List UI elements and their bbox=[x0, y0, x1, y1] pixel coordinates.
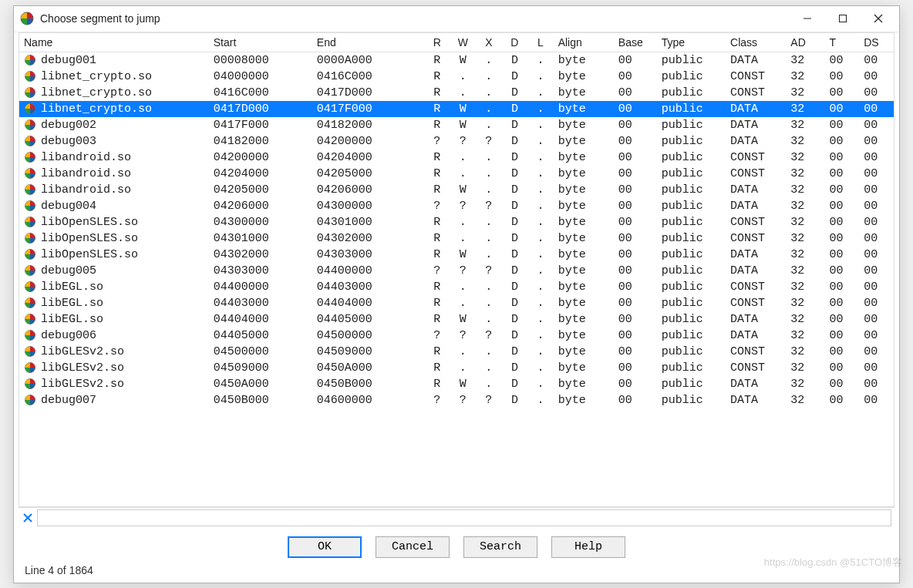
cell-type: public bbox=[657, 182, 726, 198]
table-row[interactable]: libandroid.so0420400004205000R..D.byte00… bbox=[19, 166, 894, 182]
cell-x: ? bbox=[476, 133, 502, 150]
table-row[interactable]: libnet_crypto.so040000000416C000R..D.byt… bbox=[19, 69, 894, 85]
cell-type: public bbox=[657, 133, 726, 150]
dialog-content: Name Start End R W X D L Align Base Type… bbox=[14, 32, 899, 583]
cell-ds: 00 bbox=[859, 52, 894, 69]
minimize-button[interactable] bbox=[790, 7, 825, 30]
cell-t: 00 bbox=[825, 360, 860, 376]
table-row[interactable]: debug0020417F00004182000RW.D.byte00publi… bbox=[19, 117, 894, 133]
cell-ds: 00 bbox=[859, 328, 894, 344]
cell-t: 00 bbox=[825, 279, 860, 295]
cell-name: libOpenSLES.so bbox=[41, 216, 138, 229]
table-row[interactable]: libOpenSLES.so0430100004302000R..D.byte0… bbox=[19, 230, 894, 247]
cell-base: 00 bbox=[614, 117, 657, 133]
cell-t: 00 bbox=[825, 117, 860, 133]
cell-x: . bbox=[476, 214, 502, 230]
table-row[interactable]: libOpenSLES.so0430200004303000RW.D.byte0… bbox=[19, 247, 894, 263]
maximize-button[interactable] bbox=[825, 7, 861, 30]
table-row[interactable]: debug0060440500004500000???D.byte00publi… bbox=[19, 328, 894, 344]
close-button[interactable] bbox=[861, 7, 896, 30]
table-row[interactable]: debug0050430300004400000???D.byte00publi… bbox=[19, 263, 894, 279]
cell-x: . bbox=[476, 376, 502, 392]
col-header-name[interactable]: Name bbox=[19, 33, 209, 52]
col-header-t[interactable]: T bbox=[825, 33, 860, 52]
ok-button[interactable]: OK bbox=[288, 536, 362, 558]
table-row[interactable]: debug001000080000000A000RW.D.byte00publi… bbox=[19, 52, 894, 69]
cell-class: DATA bbox=[726, 328, 786, 344]
table-row[interactable]: libGLESv2.so0450000004509000R..D.byte00p… bbox=[19, 344, 894, 360]
cell-l: . bbox=[527, 133, 554, 150]
cell-class: CONST bbox=[726, 69, 786, 85]
cell-name: libandroid.so bbox=[41, 183, 131, 197]
cell-w: ? bbox=[450, 328, 477, 344]
cell-x: . bbox=[476, 166, 502, 182]
col-header-l[interactable]: L bbox=[527, 33, 554, 52]
filter-input[interactable] bbox=[37, 509, 891, 526]
col-header-ad[interactable]: AD bbox=[786, 33, 824, 52]
segment-table-scroll[interactable]: Name Start End R W X D L Align Base Type… bbox=[19, 33, 894, 506]
col-header-x[interactable]: X bbox=[476, 33, 502, 52]
titlebar: Choose segment to jump bbox=[14, 6, 899, 32]
cell-d: D bbox=[502, 85, 528, 101]
table-row[interactable]: libEGL.so0440000004403000R..D.byte00publ… bbox=[19, 279, 894, 295]
table-row[interactable]: libandroid.so0420500004206000RW.D.byte00… bbox=[19, 182, 894, 198]
cell-l: . bbox=[527, 392, 554, 408]
cancel-button[interactable]: Cancel bbox=[376, 536, 450, 558]
table-row[interactable]: debug0070450B00004600000???D.byte00publi… bbox=[19, 392, 894, 408]
col-header-w[interactable]: W bbox=[450, 33, 477, 52]
table-row[interactable]: libnet_crypto.so0417D0000417F000RW.D.byt… bbox=[19, 101, 894, 117]
col-header-d[interactable]: D bbox=[502, 33, 528, 52]
col-header-r[interactable]: R bbox=[424, 33, 450, 52]
cell-class: DATA bbox=[726, 198, 786, 214]
col-header-align[interactable]: Align bbox=[554, 33, 614, 52]
cell-end: 0417F000 bbox=[312, 101, 424, 117]
cell-w: . bbox=[450, 344, 477, 360]
cell-t: 00 bbox=[825, 182, 860, 198]
cell-w: W bbox=[450, 101, 477, 117]
table-row[interactable]: libandroid.so0420000004204000R..D.byte00… bbox=[19, 150, 894, 166]
cell-align: byte bbox=[554, 311, 614, 328]
cell-base: 00 bbox=[614, 198, 657, 214]
cell-base: 00 bbox=[614, 263, 657, 279]
cell-align: byte bbox=[554, 69, 614, 85]
cell-type: public bbox=[657, 166, 726, 182]
col-header-start[interactable]: Start bbox=[209, 33, 312, 52]
table-row[interactable]: libOpenSLES.so0430000004301000R..D.byte0… bbox=[19, 214, 894, 230]
cell-r: R bbox=[424, 344, 450, 360]
col-header-base[interactable]: Base bbox=[614, 33, 657, 52]
choose-segment-dialog: Choose segment to jump bbox=[13, 5, 900, 583]
table-row[interactable]: libnet_crypto.so0416C0000417D000R..D.byt… bbox=[19, 85, 894, 101]
cell-start: 04000000 bbox=[209, 69, 312, 85]
cell-t: 00 bbox=[825, 101, 860, 117]
help-button[interactable]: Help bbox=[551, 536, 625, 558]
col-header-type[interactable]: Type bbox=[657, 33, 726, 52]
table-row[interactable]: debug0030418200004200000???D.byte00publi… bbox=[19, 133, 894, 150]
cell-r: R bbox=[424, 52, 450, 69]
cell-ds: 00 bbox=[859, 279, 894, 295]
table-row[interactable]: debug0040420600004300000???D.byte00publi… bbox=[19, 198, 894, 214]
table-row[interactable]: libEGL.so0440300004404000R..D.byte00publ… bbox=[19, 295, 894, 311]
col-header-end[interactable]: End bbox=[312, 33, 424, 52]
col-header-class[interactable]: Class bbox=[726, 33, 786, 52]
segment-icon bbox=[24, 361, 36, 374]
table-row[interactable]: libGLESv2.so0450A0000450B000RW.D.byte00p… bbox=[19, 376, 894, 392]
search-button[interactable]: Search bbox=[463, 536, 537, 558]
segment-icon bbox=[24, 54, 36, 66]
table-row[interactable]: libEGL.so0440400004405000RW.D.byte00publ… bbox=[19, 311, 894, 328]
cell-ad: 32 bbox=[786, 328, 824, 344]
col-header-ds[interactable]: DS bbox=[859, 33, 894, 52]
cell-l: . bbox=[527, 295, 554, 311]
cell-start: 04200000 bbox=[209, 150, 312, 166]
clear-filter-icon[interactable] bbox=[22, 512, 34, 524]
cell-class: CONST bbox=[726, 214, 786, 230]
cell-start: 00008000 bbox=[209, 52, 312, 69]
cell-d: D bbox=[502, 52, 528, 69]
cell-ad: 32 bbox=[786, 198, 824, 214]
cell-x: ? bbox=[476, 392, 502, 408]
table-row[interactable]: libGLESv2.so045090000450A000R..D.byte00p… bbox=[19, 360, 894, 376]
cell-align: byte bbox=[554, 279, 614, 295]
cell-r: ? bbox=[424, 263, 450, 279]
cell-ad: 32 bbox=[786, 344, 824, 360]
cell-w: W bbox=[450, 376, 477, 392]
cell-type: public bbox=[657, 101, 726, 117]
